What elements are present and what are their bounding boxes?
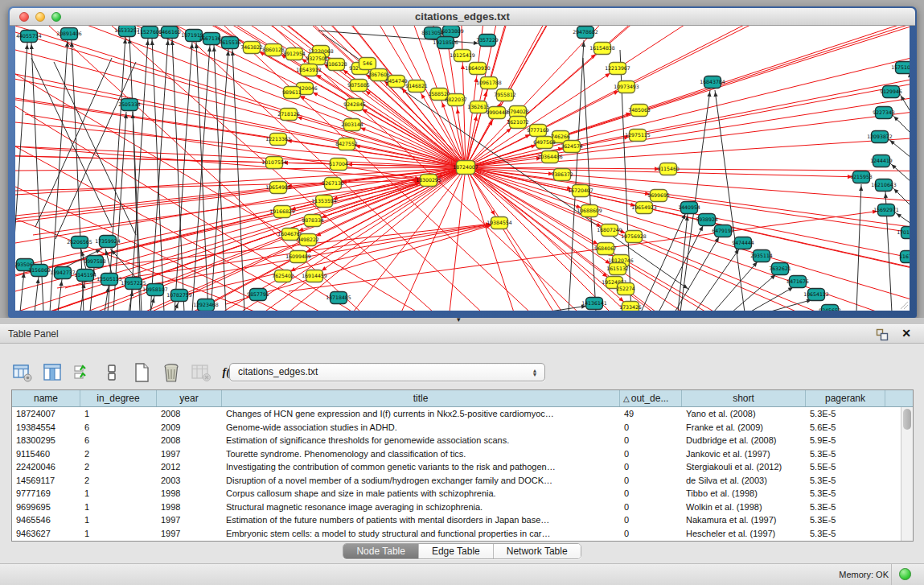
graph-node[interactable]: 17016504 bbox=[897, 227, 910, 239]
graph-node[interactable]: 19384554 bbox=[487, 217, 512, 229]
graph-node[interactable]: 7386372 bbox=[551, 169, 573, 181]
graph-node[interactable]: 8912954 bbox=[283, 48, 306, 60]
graph-node[interactable]: 9777169 bbox=[527, 125, 549, 137]
column-header-title[interactable]: title bbox=[222, 390, 620, 406]
graph-node[interactable]: 7357229 bbox=[476, 35, 499, 47]
graph-node[interactable]: 18724007 bbox=[453, 161, 478, 175]
graph-node[interactable]: 7463822 bbox=[240, 42, 263, 54]
graph-node[interactable]: 9115460 bbox=[657, 163, 680, 175]
table-row[interactable]: 1830029562008Estimation of significance … bbox=[12, 434, 913, 447]
graph-node[interactable]: 7485063 bbox=[628, 105, 651, 117]
split-pane-divider[interactable]: ▾ bbox=[0, 318, 924, 324]
table-row[interactable]: 1456911722003Disruption of a novel membe… bbox=[12, 474, 913, 488]
graph-node[interactable]: 9990448 bbox=[486, 107, 508, 119]
column-header-in-degree[interactable]: in_degree bbox=[80, 390, 157, 406]
graph-node[interactable]: 13718485 bbox=[326, 292, 351, 304]
table-row[interactable]: 2242004622012Investigating the contribut… bbox=[12, 460, 913, 474]
graph-node[interactable]: 5938924 bbox=[696, 214, 718, 226]
network-canvas-svg[interactable]: 1872400789129541222006893275051054391281… bbox=[15, 26, 910, 311]
graph-node[interactable]: 2803144 bbox=[341, 119, 363, 131]
graph-node[interactable]: 10782759 bbox=[166, 290, 192, 302]
graph-node[interactable]: 2935114 bbox=[750, 250, 773, 262]
graph-node[interactable]: 252274 bbox=[616, 283, 635, 295]
graph-node[interactable]: 2505334 bbox=[118, 99, 141, 111]
graph-node[interactable]: 2718126 bbox=[277, 109, 300, 121]
table-row[interactable]: 969969511998Structural magnetic resonanc… bbox=[12, 501, 913, 514]
graph-node[interactable]: 517004 bbox=[329, 159, 348, 171]
graph-node[interactable]: 7632621 bbox=[769, 263, 791, 275]
graph-node[interactable]: 1156869 bbox=[28, 265, 51, 277]
graph-node[interactable]: 9245652 bbox=[819, 305, 841, 311]
graph-node[interactable]: 9878334 bbox=[302, 215, 324, 227]
graph-node[interactable]: 10654985 bbox=[265, 182, 291, 194]
column-header-pagerank[interactable]: pagerank bbox=[806, 390, 885, 406]
graph-node[interactable]: 1621072 bbox=[507, 117, 529, 129]
graph-node[interactable]: 9684067 bbox=[594, 243, 617, 255]
graph-node[interactable]: 9498222 bbox=[297, 234, 319, 246]
graph-node[interactable]: 9146821 bbox=[405, 80, 428, 93]
graph-node[interactable]: 13942737 bbox=[50, 267, 76, 279]
graph-node[interactable]: 9242845 bbox=[343, 99, 366, 111]
table-row[interactable]: 1938455462009Genome-wide association stu… bbox=[12, 421, 913, 435]
graph-node[interactable]: 8860128 bbox=[262, 44, 285, 56]
column-header-year[interactable]: year bbox=[157, 390, 222, 406]
graph-node[interactable]: 1145194 bbox=[74, 270, 97, 282]
table-row[interactable]: 946554611997Estimation of the future num… bbox=[12, 513, 913, 527]
graph-node[interactable]: 14136141 bbox=[581, 298, 607, 310]
table-row[interactable]: 946362711997Embryonic stem cells: a mode… bbox=[12, 527, 913, 541]
new-document-icon[interactable] bbox=[130, 361, 153, 384]
graph-node[interactable]: 6466160 bbox=[158, 27, 181, 39]
tab-node-table[interactable]: Node Table bbox=[343, 544, 419, 558]
graph-node[interactable]: 18640910 bbox=[465, 63, 491, 75]
graph-node[interactable]: 19654923 bbox=[631, 202, 657, 214]
graph-node[interactable]: 9699695 bbox=[647, 190, 670, 202]
delete-icon[interactable] bbox=[160, 361, 183, 384]
graph-node[interactable]: 20891406 bbox=[56, 28, 82, 40]
graph-node[interactable]: 26206565 bbox=[67, 237, 92, 249]
row-height-icon[interactable] bbox=[101, 361, 123, 384]
select-rows-icon[interactable] bbox=[71, 361, 93, 384]
float-panel-icon[interactable] bbox=[876, 328, 889, 341]
graph-node[interactable]: 7615536 bbox=[219, 37, 241, 49]
graph-node[interactable]: 9857791 bbox=[247, 289, 269, 301]
graph-node[interactable]: 44055734 bbox=[16, 31, 42, 43]
tab-network-table[interactable]: Network Table bbox=[494, 544, 581, 558]
table-settings-icon[interactable] bbox=[11, 361, 34, 384]
network-canvas[interactable]: 1872400789129541222006893275051054391281… bbox=[15, 26, 910, 311]
graph-node[interactable]: 17359924 bbox=[95, 236, 121, 248]
canvas-resize-grip[interactable] bbox=[899, 300, 909, 310]
graph-node[interactable]: 7955812 bbox=[494, 89, 516, 101]
divider-collapse-icon[interactable]: ▾ bbox=[457, 315, 461, 323]
column-header-name[interactable]: name bbox=[12, 390, 80, 406]
graph-node[interactable]: 12505115 bbox=[97, 274, 122, 286]
table-row[interactable]: 977716911998Corpus callosum shape and si… bbox=[12, 487, 913, 501]
table-row[interactable]: 911546021997Tourette syndrome. Phenomeno… bbox=[12, 447, 913, 461]
vertical-scrollbar[interactable] bbox=[901, 407, 913, 541]
graph-node[interactable]: 989611 bbox=[282, 87, 302, 99]
graph-node[interactable]: 12213363 bbox=[265, 134, 291, 146]
graph-node[interactable]: 16210643 bbox=[871, 179, 897, 192]
column-visibility-icon[interactable] bbox=[41, 361, 64, 384]
graph-node[interactable]: 1244419 bbox=[870, 155, 893, 167]
graph-node[interactable]: 8471676 bbox=[786, 276, 809, 288]
graph-node[interactable]: 16533257 bbox=[114, 26, 140, 37]
graph-node[interactable]: 9129946 bbox=[880, 86, 902, 98]
graph-node[interactable]: 19756928 bbox=[621, 231, 647, 243]
graph-node[interactable]: 8454749 bbox=[385, 76, 408, 88]
graph-node[interactable]: 15692971 bbox=[873, 204, 899, 216]
column-header-short[interactable]: short bbox=[682, 390, 806, 406]
memory-ok-icon[interactable] bbox=[899, 568, 911, 580]
graph-node[interactable]: 12213967 bbox=[605, 63, 630, 75]
graph-node[interactable]: 3624574 bbox=[561, 141, 583, 153]
graph-node[interactable]: 29478682 bbox=[573, 27, 598, 39]
graph-node[interactable]: 1440954 bbox=[678, 202, 700, 214]
table-row[interactable]: 1872400712008Changes of HCN gene express… bbox=[12, 407, 913, 421]
graph-node[interactable]: 10654112 bbox=[803, 289, 829, 301]
close-panel-icon[interactable]: ✕ bbox=[901, 327, 911, 340]
graph-node[interactable]: 1733426 bbox=[619, 302, 642, 311]
graph-node[interactable]: 15751074 bbox=[891, 62, 910, 74]
graph-node[interactable]: 6822037 bbox=[445, 94, 467, 106]
graph-node[interactable]: 546 bbox=[359, 58, 376, 70]
graph-node[interactable]: 10125419 bbox=[450, 50, 475, 62]
table-selector-dropdown[interactable]: citations_edges.txt ▲▼ bbox=[229, 363, 545, 381]
